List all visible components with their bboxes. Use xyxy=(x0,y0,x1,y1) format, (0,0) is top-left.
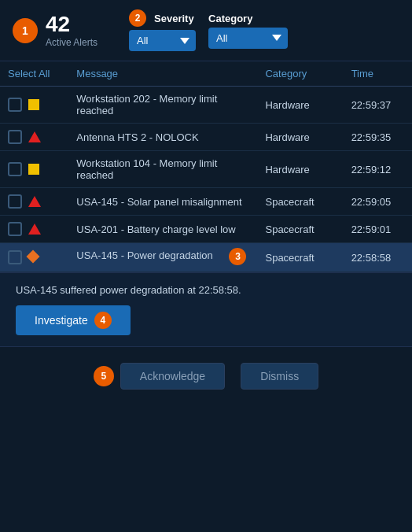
filter-section: 2 Severity All High Medium Low Category … xyxy=(129,9,288,51)
row-message: USA-201 - Battery charge level low xyxy=(68,216,257,243)
dismiss-group: Dismiss xyxy=(241,363,318,390)
category-filter: Category All Hardware Spacecraft Softwar… xyxy=(208,13,288,49)
active-alerts-section: 1 42 Active Alerts xyxy=(13,13,97,48)
category-label: Category xyxy=(208,13,252,24)
alerts-table-container: Select All Message Category Time Worksta… xyxy=(0,61,412,273)
red-triangle-icon xyxy=(28,224,39,235)
row-category: Hardware xyxy=(257,151,343,188)
table-row[interactable]: Workstation 202 - Memory limit reached H… xyxy=(0,87,412,124)
row-checkbox[interactable] xyxy=(8,222,22,236)
row-time: 22:59:37 xyxy=(344,87,412,124)
severity-filter: 2 Severity All High Medium Low xyxy=(129,9,196,51)
acknowledge-button[interactable]: Acknowledge xyxy=(120,363,225,390)
row-category: Spacecraft xyxy=(257,188,343,216)
row-category: Hardware xyxy=(257,87,343,124)
select-all-label[interactable]: Select All xyxy=(8,68,50,79)
row-message: USA-145 - Solar panel misalignment xyxy=(68,188,257,216)
table-row[interactable]: Antenna HTS 2 - NOLOCK Hardware 22:59:35 xyxy=(0,124,412,151)
step3-badge: 3 xyxy=(229,248,246,265)
investigate-button[interactable]: Investigate 4 xyxy=(16,305,131,335)
row-checkbox[interactable] xyxy=(8,162,22,176)
table-row[interactable]: USA-145 - Power degradation3 Spacecraft … xyxy=(0,243,412,272)
row-message: Workstation 202 - Memory limit reached xyxy=(68,87,257,124)
dismiss-button[interactable]: Dismiss xyxy=(241,363,318,390)
severity-label-group: 2 Severity xyxy=(129,9,196,27)
row-checkbox[interactable] xyxy=(8,130,22,144)
row-checkbox[interactable] xyxy=(8,98,22,112)
row-message: Antenna HTS 2 - NOLOCK xyxy=(68,124,257,151)
severity-label: Severity xyxy=(154,13,194,24)
table-row[interactable]: USA-201 - Battery charge level low Space… xyxy=(0,216,412,243)
row-message: Workstation 104 - Memory limit reached xyxy=(68,151,257,188)
yellow-square-icon xyxy=(28,99,39,110)
message-header: Message xyxy=(68,61,257,87)
detail-text: USA-145 suffered power degradation at 22… xyxy=(16,284,241,296)
step5-badge: 5 xyxy=(94,366,114,386)
row-time: 22:59:05 xyxy=(344,188,412,216)
category-dropdown[interactable]: All Hardware Spacecraft Software xyxy=(208,28,288,49)
step1-badge: 1 xyxy=(13,18,38,43)
header: 1 42 Active Alerts 2 Severity All High M… xyxy=(0,0,412,61)
red-triangle-icon xyxy=(28,131,39,142)
row-category: Spacecraft xyxy=(257,216,343,243)
row-time: 22:59:12 xyxy=(344,151,412,188)
row-message: USA-145 - Power degradation3 xyxy=(68,243,257,272)
row-time: 22:59:01 xyxy=(344,216,412,243)
red-triangle-icon xyxy=(28,196,39,207)
time-header: Time xyxy=(344,61,412,87)
action-bar: 5 Acknowledge Dismiss xyxy=(0,347,412,405)
step4-badge: 4 xyxy=(94,312,112,329)
acknowledge-group: 5 Acknowledge xyxy=(94,363,225,390)
severity-dropdown[interactable]: All High Medium Low xyxy=(129,30,196,51)
alert-count-section: 42 Active Alerts xyxy=(46,13,97,48)
select-all-header[interactable]: Select All xyxy=(0,61,68,87)
row-category: Hardware xyxy=(257,124,343,151)
row-checkbox[interactable] xyxy=(8,250,22,264)
table-row[interactable]: USA-145 - Solar panel misalignment Space… xyxy=(0,188,412,216)
detail-panel: USA-145 suffered power degradation at 22… xyxy=(0,273,412,347)
row-checkbox[interactable] xyxy=(8,194,22,209)
alerts-table: Select All Message Category Time Worksta… xyxy=(0,61,412,272)
category-label-group: Category xyxy=(208,13,288,24)
table-row[interactable]: Workstation 104 - Memory limit reached H… xyxy=(0,151,412,188)
orange-diamond-icon xyxy=(28,252,39,263)
investigate-label: Investigate xyxy=(35,314,88,327)
step2-badge: 2 xyxy=(129,9,146,27)
category-header: Category xyxy=(257,61,343,87)
row-category: Spacecraft xyxy=(257,243,343,272)
row-time: 22:59:35 xyxy=(344,124,412,151)
row-time: 22:58:58 xyxy=(344,243,412,272)
alert-label: Active Alerts xyxy=(46,37,97,48)
yellow-square-icon xyxy=(28,164,39,175)
alert-count: 42 xyxy=(46,13,70,35)
